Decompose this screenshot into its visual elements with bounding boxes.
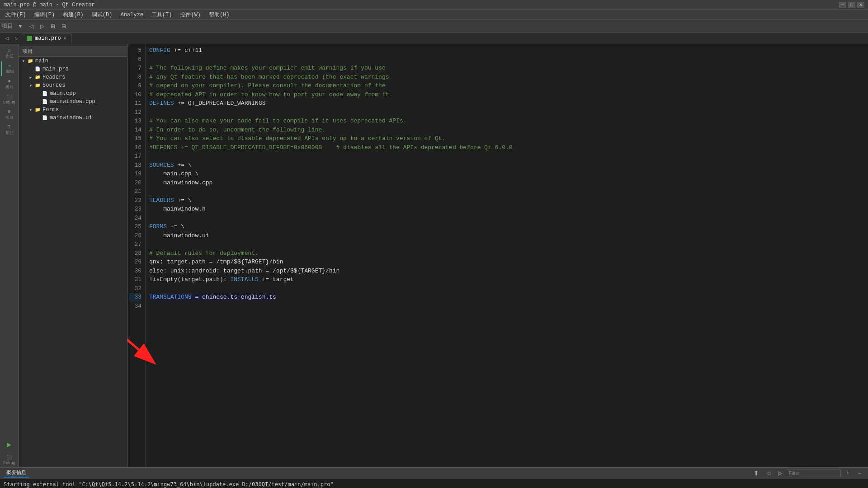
window-controls: ─ □ ✕ [839, 2, 864, 8]
tb-split-btn[interactable]: ⊟ [59, 21, 69, 31]
tree-label-main: main [35, 58, 48, 64]
tab-bar: ◁ ▷ main.pro ✕ [0, 33, 868, 44]
sidebar-item-debug[interactable]: ⬛ Debug [1, 92, 18, 107]
tab-main-pro[interactable]: main.pro ✕ [22, 33, 71, 43]
tb-back-btn[interactable]: ◁ [26, 21, 36, 31]
menu-help[interactable]: 帮助(H) [205, 10, 233, 19]
minimize-button[interactable]: ─ [839, 2, 846, 8]
tree-item-sources[interactable]: ▼ 📁 Sources [19, 81, 127, 89]
toolbar-project-label: 项目 [2, 22, 13, 30]
debug-run-icon: ⬛ [7, 455, 12, 460]
tree-label-main-cpp: main.cpp [50, 90, 76, 97]
code-content[interactable]: CONFIG += c++11 # The following define m… [146, 44, 868, 467]
toolbar: 项目 ▼ ◁ ▷ ⊞ ⊟ [0, 20, 868, 33]
sidebar-item-design[interactable]: ◈ 设计 [1, 77, 18, 91]
tb-forward-btn[interactable]: ▷ [37, 21, 47, 31]
bottom-panel-toolbar: ⬆ ◁ ▷ + − [751, 468, 864, 478]
tree-label-sources: Sources [42, 82, 65, 89]
folder-icon-forms: 📁 [34, 107, 41, 113]
code-editor[interactable]: 5 6 7 8 9 10 11 12 13 14 15 16 17 18 19 … [127, 44, 868, 467]
window-title: main.pro @ main - Qt Creator [4, 2, 95, 8]
pro-file-icon: 📄 [34, 66, 41, 72]
close-button[interactable]: ✕ [857, 2, 864, 8]
code-area[interactable]: 5 6 7 8 9 10 11 12 13 14 15 16 17 18 19 … [127, 44, 868, 467]
panel-nav-fwd[interactable]: ▷ [775, 468, 785, 478]
tree-label-main-pro: main.pro [42, 66, 69, 72]
tree-item-forms[interactable]: ▼ 📁 Forms [19, 106, 127, 114]
tree-label-headers: Headers [42, 74, 65, 80]
run-button[interactable]: ▶ [1, 437, 18, 452]
bottom-panel-content: Starting external tool "C:\Qt\Qt5.14.2\5… [0, 479, 868, 488]
menu-analyze[interactable]: Analyze [117, 11, 146, 19]
tb-bookmark-btn[interactable]: ⊞ [48, 21, 58, 31]
ui-file-icon: 📄 [42, 115, 48, 121]
panel-remove-btn[interactable]: − [854, 468, 864, 478]
sidebar-item-project[interactable]: ⚙ 项目 [1, 108, 18, 122]
tree-item-main-pro[interactable]: ▶ 📄 main.pro [19, 65, 127, 73]
tree-arrow-main: ▼ [21, 58, 26, 64]
tab-nav-fwd[interactable]: ▷ [12, 33, 22, 43]
title-bar: main.pro @ main - Qt Creator ─ □ ✕ [0, 0, 868, 10]
welcome-icon: ⌂ [8, 48, 10, 53]
run-icon: ▶ [7, 440, 12, 449]
line-numbers: 5 6 7 8 9 10 11 12 13 14 15 16 17 18 19 … [127, 44, 146, 467]
sidebar-icon-panel: ⌂ 欢迎 ✏ 编辑 ◈ 设计 ⬛ Debug ⚙ 项目 ? 帮助 ▶ ⬛ [0, 44, 19, 467]
file-tree-header: 项目 [19, 46, 127, 57]
panel-add-btn[interactable]: + [843, 468, 853, 478]
cpp-file-icon-1: 📄 [42, 90, 48, 97]
design-icon: ◈ [8, 78, 10, 84]
tree-arrow-headers: ▶ [28, 75, 33, 80]
maximize-button[interactable]: □ [848, 2, 855, 8]
sidebar-item-edit[interactable]: ✏ 编辑 [1, 61, 18, 76]
tree-label-forms: Forms [42, 107, 59, 113]
panel-toolbar-btn1[interactable]: ⬆ [751, 468, 761, 478]
tree-label-mainwindow-ui: mainwindow.ui [50, 115, 92, 121]
tree-item-mainwindow-ui[interactable]: ▶ 📄 mainwindow.ui [19, 114, 127, 122]
panel-nav-back[interactable]: ◁ [763, 468, 773, 478]
menu-tools[interactable]: 工具(T) [148, 10, 176, 19]
tree-item-main-root[interactable]: ▼ 📁 main [19, 57, 127, 65]
menu-debug[interactable]: 调试(D) [88, 10, 116, 19]
menu-edit[interactable]: 编辑(E) [31, 10, 59, 19]
edit-icon: ✏ [8, 63, 11, 68]
tree-item-mainwindow-cpp[interactable]: ▶ 📄 mainwindow.cpp [19, 98, 127, 106]
tab-pro-icon [27, 36, 32, 41]
bottom-panel-header: 概要信息 ⬆ ◁ ▷ + − [0, 468, 868, 479]
tab-main-pro-label: main.pro [35, 35, 61, 42]
folder-icon-main: 📁 [27, 58, 33, 64]
tree-item-main-cpp[interactable]: ▶ 📄 main.cpp [19, 89, 127, 98]
tab-close-btn[interactable]: ✕ [64, 36, 66, 41]
sidebar-item-help[interactable]: ? 帮助 [1, 123, 18, 137]
sidebar-item-debug2[interactable]: ⬛ Debug [1, 453, 18, 467]
panel-filter-input[interactable] [787, 469, 841, 477]
menu-build[interactable]: 构建(B) [59, 10, 87, 19]
tree-item-headers[interactable]: ▶ 📁 Headers [19, 73, 127, 81]
menu-controls[interactable]: 控件(W) [176, 10, 204, 19]
menu-bar: 文件(F) 编辑(E) 构建(B) 调试(D) Analyze 工具(T) 控件… [0, 10, 868, 20]
debug-icon: ⬛ [7, 94, 12, 100]
file-tree-panel: 项目 ▼ 📁 main ▶ 📄 main.pro ▶ 📁 Headers ▼ 📁… [19, 44, 127, 467]
folder-icon-sources: 📁 [34, 82, 41, 89]
panel-tab-summary[interactable]: 概要信息 [4, 468, 29, 478]
help-icon: ? [8, 125, 10, 130]
panel-line-1: Starting external tool "C:\Qt\Qt5.14.2\5… [4, 480, 864, 488]
menu-file[interactable]: 文件(F) [2, 10, 30, 19]
bottom-panel: 概要信息 ⬆ ◁ ▷ + − Starting external tool "C… [0, 467, 868, 488]
tree-arrow-forms: ▼ [28, 107, 33, 113]
tab-nav-back[interactable]: ◁ [2, 33, 12, 43]
cpp-file-icon-2: 📄 [42, 99, 48, 105]
sidebar-item-welcome[interactable]: ⌂ 欢迎 [1, 46, 18, 61]
tree-label-mainwindow-cpp: mainwindow.cpp [50, 99, 95, 105]
main-layout: ⌂ 欢迎 ✏ 编辑 ◈ 设计 ⬛ Debug ⚙ 项目 ? 帮助 ▶ ⬛ [0, 44, 868, 467]
folder-icon-headers: 📁 [34, 74, 41, 80]
tree-arrow-sources: ▼ [28, 83, 33, 88]
tb-filter-btn[interactable]: ▼ [15, 21, 25, 31]
project-icon: ⚙ [8, 109, 10, 114]
